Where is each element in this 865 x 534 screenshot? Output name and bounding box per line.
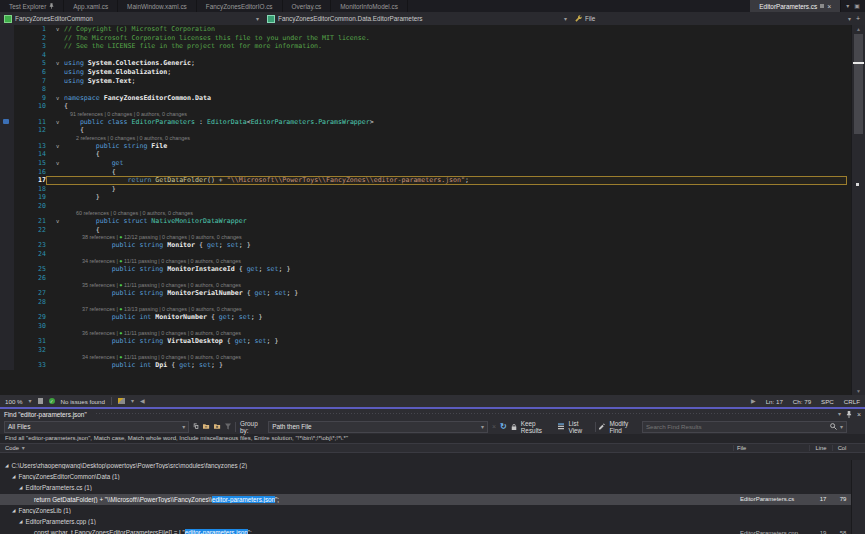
codelens-line[interactable]: 36 references | ● 11/11 passing | 0 chan… [0, 330, 865, 337]
glyph-margin[interactable] [0, 306, 14, 313]
code-line[interactable]: 8 [0, 85, 865, 94]
code-line[interactable]: 23 public string Monitor { get; set; } [0, 241, 865, 250]
results-scrollbar[interactable] [851, 460, 865, 534]
eol-indicator[interactable]: CRLF [844, 398, 860, 405]
glyph-margin[interactable] [0, 217, 14, 226]
code-line[interactable]: 19 } [0, 193, 865, 202]
result-match-row[interactable]: return GetDataFolder() + "\\Microsoft\\P… [0, 494, 852, 505]
glyph-margin[interactable] [0, 51, 14, 60]
glyph-margin[interactable] [0, 274, 14, 283]
code-line[interactable]: 4 [0, 51, 865, 60]
chevron-down-icon[interactable]: ▾ [840, 424, 843, 430]
scroll-down-icon[interactable]: ▼ [852, 388, 865, 394]
glyph-margin[interactable] [0, 142, 14, 151]
space-mode-indicator[interactable]: SPC [821, 398, 834, 405]
fold-chevron-icon[interactable]: v [51, 94, 64, 103]
copy-icon[interactable] [193, 423, 199, 430]
type-dropdown[interactable]: FancyZonesEditorCommon.Data.EditorParame… [263, 12, 571, 25]
issues-status[interactable]: No issues found [61, 398, 105, 405]
project-dropdown[interactable]: FancyZonesEditorCommon ▾ [0, 12, 263, 25]
code-line[interactable]: 16 { [0, 168, 865, 177]
code-line[interactable]: 17 return GetDataFolder() + "\\Microsoft… [0, 176, 865, 185]
close-icon[interactable]: × [827, 3, 831, 10]
code-line[interactable]: 27 public string MonitorSerialNumber { g… [0, 289, 865, 298]
glyph-margin[interactable] [0, 337, 14, 346]
column-header-col[interactable]: Col [832, 445, 851, 451]
expander-icon[interactable]: ◢ [12, 474, 15, 479]
glyph-margin[interactable] [0, 322, 14, 331]
collapse-all-icon[interactable] [203, 423, 210, 430]
code-line[interactable]: 22 { [0, 226, 865, 235]
modify-find-label[interactable]: Modify Find [609, 420, 638, 434]
fold-chevron-icon[interactable]: v [51, 217, 64, 226]
glyph-margin[interactable] [0, 25, 14, 34]
expand-all-icon[interactable] [214, 423, 221, 430]
glyph-margin[interactable] [0, 298, 14, 307]
window-options-icon[interactable]: ▣ [854, 3, 860, 9]
glyph-margin[interactable] [0, 94, 14, 103]
glyph-margin[interactable] [0, 118, 14, 127]
glyph-margin[interactable] [0, 241, 14, 250]
scope-dropdown[interactable]: All Files ▾ [4, 421, 189, 433]
find-results-title-bar[interactable]: Find "editor-parameters.json" ▾ × [0, 409, 865, 419]
code-line[interactable]: 26 [0, 274, 865, 283]
glyph-margin[interactable] [0, 226, 14, 235]
keep-results-label[interactable]: Keep Results [521, 420, 554, 434]
lock-icon[interactable] [511, 423, 517, 431]
glyph-margin[interactable] [0, 354, 14, 361]
chevron-down-icon[interactable]: ▾ [848, 16, 851, 22]
result-match-row[interactable]: const wchar_t FancyZonesEditorParameters… [0, 527, 852, 534]
chevron-down-icon[interactable]: ▾ [131, 398, 134, 404]
column-header-line[interactable]: Line [809, 445, 832, 451]
fold-chevron-icon[interactable]: v [51, 118, 64, 127]
code-line[interactable]: 21v public struct NativeMonitorDataWrapp… [0, 217, 865, 226]
expander-icon[interactable]: ◢ [19, 485, 22, 490]
codelens-line[interactable]: 2 references | 0 changes | 0 authors, 0 … [0, 135, 865, 142]
glyph-margin[interactable] [0, 282, 14, 289]
code-line[interactable]: 13v public string File [0, 142, 865, 151]
group-by-dropdown[interactable]: Path then File ▾ [268, 421, 488, 433]
chevron-down-icon[interactable]: ▾ [838, 411, 841, 417]
glyph-margin[interactable] [0, 250, 14, 259]
codelens-line[interactable]: 35 references | ● 11/11 passing | 0 chan… [0, 282, 865, 289]
code-line[interactable]: 29 public int MonitorNumber { get; set; … [0, 313, 865, 322]
expander-icon[interactable]: ◢ [19, 519, 22, 524]
code-line[interactable]: 31 public string VirtualDesktop { get; s… [0, 337, 865, 346]
code-line[interactable]: 30 [0, 322, 865, 331]
code-line[interactable]: 24 [0, 250, 865, 259]
glyph-margin[interactable] [0, 85, 14, 94]
glyph-margin[interactable] [0, 289, 14, 298]
codelens-line[interactable]: 37 references | ● 13/13 passing | 0 chan… [0, 306, 865, 313]
glyph-margin[interactable] [0, 210, 14, 217]
glyph-margin[interactable] [0, 313, 14, 322]
expander-icon[interactable]: ◢ [5, 463, 8, 468]
fold-chevron-icon[interactable]: v [51, 25, 64, 34]
code-line[interactable]: 10{ [0, 102, 865, 111]
tab-test-explorer[interactable]: Test Explorer [0, 0, 64, 12]
scroll-up-icon[interactable]: ▲ [852, 26, 865, 32]
codelens-line[interactable]: 91 references | 0 changes | 0 authors, 0… [0, 111, 865, 118]
glyph-margin[interactable] [0, 159, 14, 168]
code-line[interactable]: 12 { [0, 126, 865, 135]
column-header-code[interactable]: Code ▾ [0, 445, 733, 451]
scrollbar-thumb[interactable] [854, 34, 863, 134]
code-cleanup-icon[interactable] [118, 398, 125, 404]
result-group-row[interactable]: ◢C:\Users\zhaopengwang\Desktop\powertoys… [0, 460, 852, 471]
result-group-row[interactable]: ◢EditorParameters.cs (1) [0, 482, 852, 493]
code-line[interactable]: 1v// Copyright (c) Microsoft Corporation [0, 25, 865, 34]
pencil-icon[interactable] [599, 423, 605, 430]
editor-scrollbar[interactable]: ▲ ▼ [851, 25, 865, 395]
glyph-margin[interactable] [0, 150, 14, 159]
code-editor[interactable]: 1v// Copyright (c) Microsoft Corporation… [0, 25, 865, 395]
close-icon[interactable]: × [857, 411, 861, 418]
glyph-margin[interactable] [0, 202, 14, 211]
code-line[interactable]: 5vusing System.Collections.Generic; [0, 59, 865, 68]
glyph-margin[interactable] [0, 126, 14, 135]
chevron-down-icon[interactable]: ▾ [29, 398, 32, 404]
glyph-margin[interactable] [0, 77, 14, 86]
glyph-margin[interactable] [0, 59, 14, 68]
column-header-file[interactable]: File [733, 445, 809, 451]
code-line[interactable]: 7using System.Text; [0, 77, 865, 86]
result-group-row[interactable]: ◢FancyZonesEditorCommon\Data (1) [0, 471, 852, 482]
fold-chevron-icon[interactable]: v [51, 59, 64, 68]
